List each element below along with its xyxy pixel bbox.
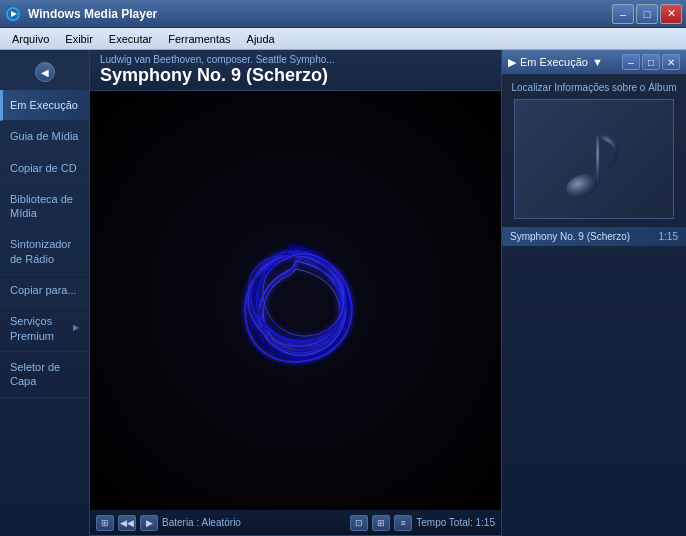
- transport-play-btn[interactable]: ▶: [140, 515, 158, 531]
- transport-view-btn1[interactable]: ⊡: [350, 515, 368, 531]
- sidebar-item-servicos[interactable]: Serviços Premium ▶: [0, 306, 89, 352]
- sidebar-item-seletor[interactable]: Seletor de Capa: [0, 352, 89, 398]
- video-artist: Ludwig van Beethoven, composer. Seattle …: [100, 54, 491, 65]
- transport-view-btn2[interactable]: ⊞: [372, 515, 390, 531]
- video-info: Ludwig van Beethoven, composer. Seattle …: [90, 50, 501, 91]
- menu-bar: Arquivo Exibir Executar Ferramentas Ajud…: [0, 28, 686, 50]
- right-panel-title: ▶ Em Execução ▼: [508, 56, 603, 69]
- menu-arquivo[interactable]: Arquivo: [4, 31, 57, 47]
- close-button[interactable]: ✕: [660, 4, 682, 24]
- panel-maximize-btn[interactable]: □: [642, 54, 660, 70]
- app-logo: [4, 5, 22, 23]
- svg-point-6: [563, 170, 601, 202]
- time-total: Tempo Total: 1:15: [416, 517, 495, 528]
- video-title: Symphony No. 9 (Scherzo): [100, 65, 491, 86]
- video-display[interactable]: [90, 91, 501, 510]
- transport-shuffle-btn[interactable]: ⊞: [96, 515, 114, 531]
- sidebar: ◀ Em Execução Guia de Mídia Copiar de CD…: [0, 50, 90, 536]
- playlist-item-0[interactable]: Symphony No. 9 (Scherzo) 1:15: [502, 227, 686, 246]
- album-art[interactable]: [514, 99, 674, 219]
- album-art-label: Localizar Informações sobre o Álbum: [510, 82, 678, 93]
- music-note-icon: [554, 114, 634, 204]
- playlist-area: Symphony No. 9 (Scherzo) 1:15: [502, 227, 686, 536]
- transport-label: Bateria : Aleatório: [162, 517, 346, 528]
- video-area: Ludwig van Beethoven, composer. Seattle …: [90, 50, 501, 536]
- right-panel-icon: ▶: [508, 56, 516, 69]
- sidebar-item-copiar-para[interactable]: Copiar para...: [0, 275, 89, 306]
- visualization: [206, 211, 386, 391]
- menu-ajuda[interactable]: Ajuda: [239, 31, 283, 47]
- right-panel-header: ▶ Em Execução ▼ – □ ✕: [502, 50, 686, 74]
- title-bar: Windows Media Player – □ ✕: [0, 0, 686, 28]
- transport-bar: ⊞ ◀◀ ▶ Bateria : Aleatório ⊡ ⊞ ≡ Tempo T…: [90, 510, 501, 536]
- sidebar-item-em-execucao[interactable]: Em Execução: [0, 90, 89, 121]
- sidebar-chevron-icon: ▶: [73, 323, 79, 333]
- playlist-item-duration: 1:15: [659, 231, 678, 242]
- sidebar-back-arrow[interactable]: ◀: [35, 62, 55, 82]
- svg-rect-7: [596, 136, 600, 188]
- sidebar-item-copiar-cd[interactable]: Copiar de CD: [0, 153, 89, 184]
- maximize-button[interactable]: □: [636, 4, 658, 24]
- panel-close-btn[interactable]: ✕: [662, 54, 680, 70]
- panel-minimize-btn[interactable]: –: [622, 54, 640, 70]
- right-panel-controls: – □ ✕: [622, 54, 680, 70]
- transport-right: ⊡ ⊞ ≡ Tempo Total: 1:15: [350, 515, 495, 531]
- playlist-item-name: Symphony No. 9 (Scherzo): [510, 231, 655, 242]
- sidebar-item-radio[interactable]: Sintonizador de Rádio: [0, 229, 89, 275]
- sidebar-item-guia-midia[interactable]: Guia de Mídia: [0, 121, 89, 152]
- sidebar-top: ◀: [0, 58, 89, 86]
- right-panel-dropdown-icon: ▼: [592, 56, 603, 68]
- menu-executar[interactable]: Executar: [101, 31, 160, 47]
- main-content: ◀ Em Execução Guia de Mídia Copiar de CD…: [0, 50, 686, 536]
- album-art-area: Localizar Informações sobre o Álbum: [502, 74, 686, 227]
- menu-ferramentas[interactable]: Ferramentas: [160, 31, 238, 47]
- sidebar-item-biblioteca[interactable]: Biblioteca de Mídia: [0, 184, 89, 230]
- transport-prev-btn[interactable]: ◀◀: [118, 515, 136, 531]
- menu-exibir[interactable]: Exibir: [57, 31, 101, 47]
- right-panel: ▶ Em Execução ▼ – □ ✕ Localizar Informaç…: [501, 50, 686, 536]
- transport-menu-btn[interactable]: ≡: [394, 515, 412, 531]
- title-bar-controls: – □ ✕: [612, 4, 682, 24]
- minimize-button[interactable]: –: [612, 4, 634, 24]
- app-title: Windows Media Player: [28, 7, 612, 21]
